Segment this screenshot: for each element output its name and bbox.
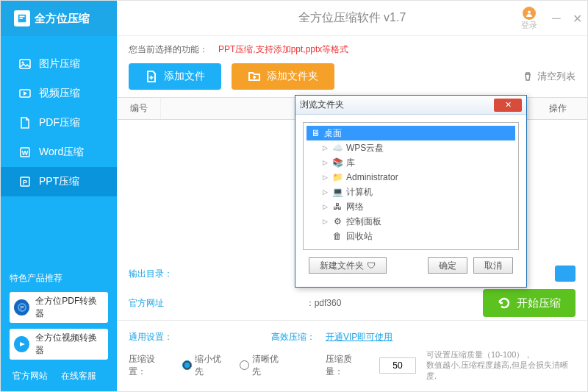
login-button[interactable]: 登录 <box>521 7 537 31</box>
promo-video[interactable]: 全方位视频转换器 <box>10 329 108 360</box>
quality-input[interactable] <box>379 357 416 374</box>
app-title: 全方位压缩软件 v1.7 <box>298 10 406 26</box>
output-label: 输出目录： <box>129 268 173 280</box>
svg-text:P: P <box>23 179 27 186</box>
video-converter-icon <box>14 336 29 352</box>
sidebar-item-image[interactable]: 图片压缩 <box>1 49 117 79</box>
folder-tree[interactable]: 🖥 桌面 ▷☁️WPS云盘 ▷📚库 ▷📁Administrator ▷💻计算机 … <box>303 122 519 250</box>
tree-root[interactable]: 🖥 桌面 <box>306 126 515 140</box>
func-value: PPT压缩,支持添加ppt,pptx等格式 <box>218 43 348 56</box>
sidebar-item-video[interactable]: 视频压缩 <box>1 79 117 108</box>
vip-link[interactable]: 开通VIP即可使用 <box>326 331 392 343</box>
library-icon: 📚 <box>331 157 343 168</box>
dialog-title: 浏览文件夹 <box>300 99 344 111</box>
app-logo: 全方位压缩 <box>1 1 117 36</box>
func-label: 您当前选择的功能： <box>129 43 208 56</box>
cloud-icon: ☁️ <box>331 143 343 153</box>
nav-label: 图片压缩 <box>39 57 80 71</box>
file-plus-icon <box>145 70 158 83</box>
svg-rect-1 <box>20 16 25 18</box>
support-link[interactable]: 在线客服 <box>61 370 96 382</box>
svg-rect-2 <box>20 18 23 19</box>
high-compress-label: 高效压缩： <box>271 331 315 343</box>
network-icon: 🖧 <box>331 202 343 212</box>
tree-item[interactable]: 🗑回收站 <box>320 229 515 243</box>
shield-icon: 🛡 <box>367 260 376 271</box>
promo-label: 全方位视频转换器 <box>35 332 104 357</box>
cancel-button[interactable]: 取消 <box>473 257 513 274</box>
dialog-titlebar[interactable]: 浏览文件夹 ✕ <box>295 96 526 115</box>
tree-item[interactable]: ▷📁Administrator <box>320 170 515 185</box>
promo-heading: 特色产品推荐 <box>1 268 117 289</box>
sidebar-item-pdf[interactable]: PDF压缩 <box>1 108 117 138</box>
tree-item[interactable]: ▷☁️WPS云盘 <box>320 140 515 155</box>
clear-list-button[interactable]: 清空列表 <box>523 63 576 90</box>
quality-label: 压缩质量： <box>326 353 369 378</box>
trash-icon <box>523 71 533 82</box>
image-icon <box>18 57 32 71</box>
close-button[interactable]: ✕ <box>567 8 587 29</box>
quality-hint-1: 可设置压缩质量（10-100）， <box>426 349 576 360</box>
minimize-button[interactable]: ─ <box>546 8 567 29</box>
nav-label: PPT压缩 <box>39 175 79 188</box>
svg-rect-3 <box>20 60 30 68</box>
logo-icon <box>14 10 30 26</box>
sidebar: 全方位压缩 图片压缩 视频压缩 PDF压缩 WWord压缩 PPPT压缩 特色产… <box>1 1 117 391</box>
main: 全方位压缩软件 v1.7 登录 ─ ✕ 您当前选择的功能： PPT压缩,支持添加… <box>117 1 587 391</box>
radio-shrink-priority[interactable]: 缩小优先 <box>182 353 229 378</box>
desktop-icon: 🖥 <box>309 128 321 138</box>
svg-text:P: P <box>20 305 24 310</box>
browse-folder-dialog: 浏览文件夹 ✕ 🖥 桌面 ▷☁️WPS云盘 ▷📚库 ▷📁Administrato… <box>295 95 527 288</box>
nav-label: PDF压缩 <box>39 116 80 129</box>
official-site-link[interactable]: 官方网站 <box>12 370 48 382</box>
radio-clarity-priority[interactable]: 清晰优先 <box>240 353 287 378</box>
svg-text:W: W <box>22 149 29 157</box>
user-folder-icon: 📁 <box>331 172 343 182</box>
control-panel-icon: ⚙ <box>331 216 343 227</box>
wx-info: ：pdf360 <box>306 297 342 310</box>
add-folder-button[interactable]: 添加文件夹 <box>232 63 334 90</box>
computer-icon: 💻 <box>331 187 343 197</box>
settings-panel: 通用设置： 高效压缩： 开通VIP即可使用 压缩设置： 缩小优先 清晰优先 压缩… <box>117 320 587 391</box>
folder-plus-icon <box>248 70 261 83</box>
titlebar: 全方位压缩软件 v1.7 登录 ─ ✕ <box>117 1 587 36</box>
start-compress-button[interactable]: 开始压缩 <box>483 289 576 317</box>
official-url-label[interactable]: 官方网址 <box>129 298 164 308</box>
tree-item[interactable]: ▷🖧网络 <box>320 199 515 214</box>
promo-label: 全方位PDF转换器 <box>35 295 104 320</box>
new-folder-button[interactable]: 新建文件夹 🛡 <box>309 257 387 274</box>
quality-hint-2: 数值越小,压缩程度越高,但是会损失清晰度. <box>426 360 576 381</box>
promo-pdf[interactable]: P 全方位PDF转换器 <box>10 292 108 323</box>
col-index: 编号 <box>117 98 161 119</box>
tree-item[interactable]: ▷📚库 <box>320 155 515 170</box>
dialog-close-button[interactable]: ✕ <box>494 99 522 112</box>
side-footer: 官方网站 在线客服 <box>1 363 117 391</box>
sidebar-item-ppt[interactable]: PPPT压缩 <box>1 167 117 196</box>
svg-point-12 <box>528 10 531 13</box>
compress-setting-label: 压缩设置： <box>129 353 172 378</box>
recycle-bin-icon: 🗑 <box>331 231 343 241</box>
ppt-icon: P <box>18 175 32 188</box>
nav-label: 视频压缩 <box>39 87 80 100</box>
video-icon <box>18 87 32 100</box>
word-icon: W <box>18 146 32 159</box>
refresh-icon <box>498 296 511 310</box>
pdf-converter-icon: P <box>14 299 29 316</box>
ok-button[interactable]: 确定 <box>428 257 467 274</box>
user-icon <box>523 7 536 20</box>
sidebar-item-word[interactable]: WWord压缩 <box>1 138 117 167</box>
tree-item[interactable]: ▷💻计算机 <box>320 185 515 199</box>
add-file-button[interactable]: 添加文件 <box>129 63 221 90</box>
logo-text: 全方位压缩 <box>35 12 90 26</box>
col-action: 操作 <box>528 98 587 119</box>
tree-item[interactable]: ▷⚙控制面板 <box>320 214 515 229</box>
nav-label: Word压缩 <box>39 146 84 159</box>
nav: 图片压缩 视频压缩 PDF压缩 WWord压缩 PPPT压缩 <box>1 49 117 196</box>
general-settings-label: 通用设置： <box>129 331 173 343</box>
choose-folder-button[interactable] <box>555 266 576 282</box>
pdf-icon <box>18 116 32 129</box>
